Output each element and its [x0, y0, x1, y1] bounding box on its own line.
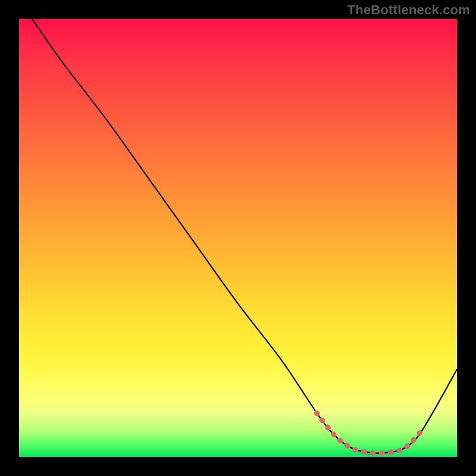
bottleneck-curve-line — [32, 19, 457, 453]
chart-frame: TheBottleneck.com — [0, 0, 476, 476]
optimal-range-marker-line — [317, 413, 422, 453]
watermark-text: TheBottleneck.com — [347, 2, 470, 18]
curve-layer — [19, 19, 457, 457]
plot-area — [19, 19, 457, 457]
